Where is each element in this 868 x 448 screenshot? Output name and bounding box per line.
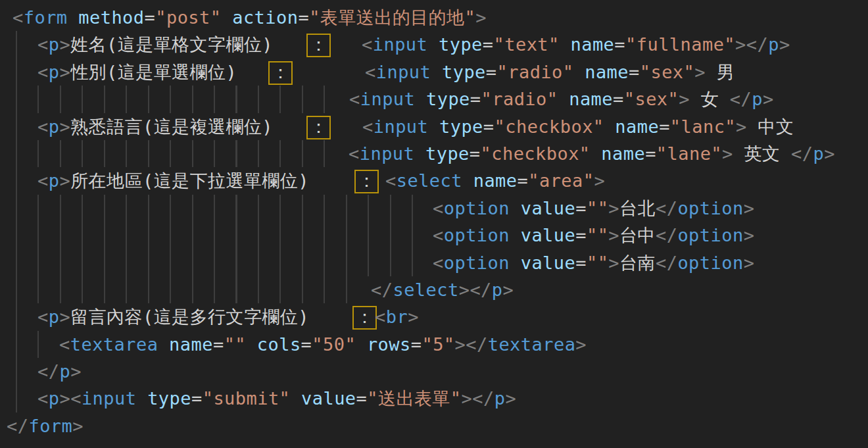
unicode-highlight-box: ： [352,306,377,330]
indent-guide [16,276,348,303]
code-line: <input type="radio" name="sex"> 女 </p> [0,86,868,112]
code-token [68,7,79,28]
code-token: cols [257,334,301,355]
code-line: </form> [0,412,868,439]
code-token: < [37,34,49,55]
code-line: </p> [0,358,868,385]
indent-guide [16,195,414,222]
code-token: < [433,198,444,218]
code-token [414,143,425,164]
code-token: type [426,89,470,109]
code-token: > [735,34,746,55]
code-token: input [360,89,416,109]
code-token: </ [656,253,677,273]
code-token: > [779,34,790,55]
code-token: > [462,388,473,409]
code-token: < [59,334,70,355]
code-token: method [78,7,144,28]
code-token: "" [224,334,246,355]
code-token: 台中 [619,225,656,245]
code-token: = [301,334,312,355]
indent-guide [16,303,18,330]
code-token: > [459,280,470,300]
code-token: "lanc" [670,116,736,137]
code-line: <p>留言內容(這是多行文字欄位)：<br> [0,303,868,330]
code-line: <textarea name="" cols="50" rows="5"></t… [0,331,868,358]
code-token: 台北 [619,198,656,218]
code-token: "50" [312,334,356,355]
code-token: </ [470,280,491,300]
code-token: name [615,116,659,137]
code-segment: <form method="post" action="表單送出的目的地"> [12,4,487,31]
code-token: = [356,388,368,409]
code-token: > [694,62,706,82]
code-token: p [49,116,60,137]
code-token: "radio" [497,62,574,82]
unicode-highlight-box: ： [354,170,379,193]
code-token: < [362,116,374,137]
indent-guide [16,222,414,249]
unicode-highlight-box: ： [306,116,331,139]
indent-guide [16,167,18,194]
code-token: </ [791,143,813,164]
code-token: > [594,170,605,191]
code-token: = [575,225,587,245]
code-editor[interactable]: <form method="post" action="表單送出的目的地"><p… [0,0,868,448]
code-token: option [677,253,743,273]
indent-guide [16,331,39,358]
code-token: > [608,225,619,245]
code-token: < [37,62,49,82]
code-token: > [744,253,755,273]
code-token: > [824,143,835,164]
code-token: "fullname" [625,34,735,55]
code-token [510,253,521,273]
code-token: 熟悉語言(這是複選欄位) [70,116,273,137]
code-segment: <select name="area"> [385,167,605,194]
indent-guide [16,86,326,112]
code-token: ： [356,307,374,327]
code-token: type [439,116,483,137]
code-token: input [82,388,137,409]
code-segment: <p><input type="submit" value="送出表單"></p… [37,385,516,412]
code-token: value [521,253,576,273]
code-token: "sex" [624,89,679,109]
code-token: </ [37,361,59,382]
code-token [136,388,147,409]
code-segment: <input type="radio" name="sex"> 男 [365,59,735,86]
code-token: rows [367,334,411,355]
unicode-highlight-box: ： [268,61,293,85]
code-token: "" [587,225,608,245]
code-segment: <input type="checkbox" name="lanc"> 中文 [362,113,794,140]
code-token: "post" [155,7,221,28]
code-token: < [70,388,82,409]
code-token: 性別(這是單選欄位) [70,62,237,82]
code-token: p [752,89,763,109]
code-token: "sex" [640,62,695,82]
code-token [591,143,602,164]
code-token: < [37,116,49,137]
code-token: > [475,7,487,28]
code-token: type [147,388,191,409]
code-token [510,225,521,245]
code-segment: <p>姓名(這是單格文字欄位) [37,31,273,58]
code-line: <p>熟悉語言(這是複選欄位)：<input type="checkbox" n… [0,113,868,140]
code-segment: <option value="">台北</option> [433,195,754,222]
code-token: > [722,143,733,164]
code-token: select [397,170,462,191]
code-token: ： [358,170,375,191]
code-token: br [386,307,408,327]
code-token: = [191,388,203,409]
code-token: p [49,34,60,55]
code-line: </select></p> [0,276,868,303]
code-token: "radio" [481,89,558,109]
code-segment: <br> [375,303,419,330]
code-line: <p>性別(這是單選欄位)：<input type="radio" name="… [0,59,868,86]
code-token: < [37,388,49,409]
code-line: <p><input type="submit" value="送出表單"></p… [0,385,868,412]
code-token: name [169,334,213,355]
code-token: input [376,62,431,82]
code-token: < [365,62,376,82]
code-token: "表單送出的目的地" [309,7,475,28]
code-token: form [28,416,72,436]
code-token: = [483,34,494,55]
